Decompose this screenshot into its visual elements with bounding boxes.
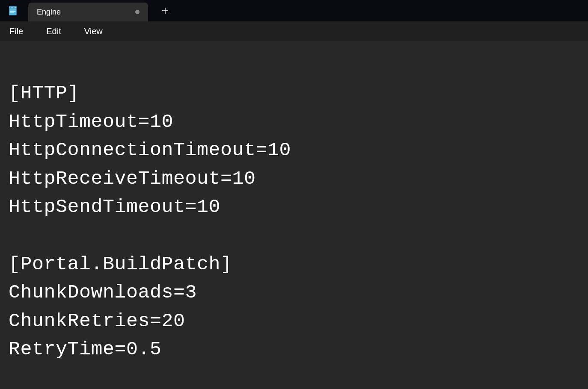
menu-edit[interactable]: Edit: [43, 25, 64, 38]
svg-rect-6: [15, 7, 16, 8]
tab-engine[interactable]: Engine: [28, 3, 148, 21]
svg-rect-3: [11, 7, 12, 8]
editor-area[interactable]: [HTTP] HttpTimeout=10 HttpConnectionTime…: [0, 41, 588, 389]
svg-rect-5: [14, 7, 15, 8]
notepad-icon: [7, 5, 19, 17]
menu-view[interactable]: View: [81, 25, 106, 38]
tab-title: Engine: [37, 8, 129, 17]
menu-file[interactable]: File: [6, 25, 27, 38]
plus-icon: [161, 7, 169, 15]
svg-rect-4: [12, 7, 13, 8]
menubar: File Edit View: [0, 21, 588, 41]
modified-indicator-icon: [135, 10, 140, 14]
svg-rect-7: [10, 10, 16, 10]
titlebar: Engine: [0, 0, 588, 21]
svg-rect-9: [10, 12, 14, 13]
new-tab-button[interactable]: [157, 2, 174, 19]
svg-rect-2: [9, 7, 10, 8]
svg-rect-8: [10, 11, 16, 12]
editor-content[interactable]: [HTTP] HttpTimeout=10 HttpConnectionTime…: [9, 80, 579, 364]
